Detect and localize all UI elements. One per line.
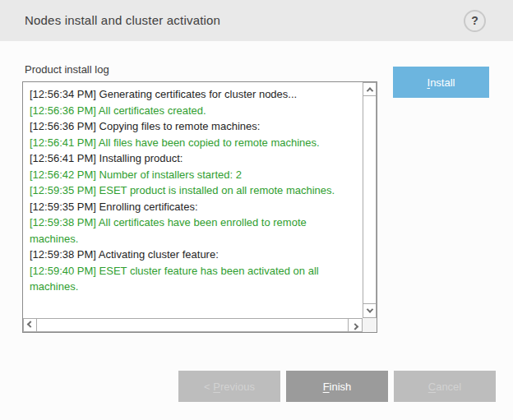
cancel-button[interactable]: Cancel — [394, 371, 496, 402]
log-entry: [12:59:38 PM] All certificates have been… — [30, 215, 358, 247]
scroll-up-button[interactable] — [363, 82, 377, 96]
install-log-list: [12:56:34 PM] Generating certificates fo… — [23, 82, 363, 318]
log-entry: [12:59:35 PM] Enrolling certificates: — [30, 199, 358, 215]
vertical-scroll-thumb[interactable] — [363, 96, 377, 304]
scroll-left-button[interactable] — [23, 318, 37, 332]
scroll-down-button[interactable] — [363, 304, 377, 318]
log-entry: [12:56:34 PM] Generating certificates fo… — [30, 86, 358, 103]
log-entry: [12:59:38 PM] Activating cluster feature… — [30, 247, 358, 263]
log-entry: [12:59:35 PM] ESET product is installed … — [30, 182, 358, 199]
chevron-left-icon — [26, 321, 33, 327]
scrollbar-corner — [363, 318, 377, 332]
log-section-label: Product install log — [25, 63, 109, 76]
chevron-right-icon — [352, 323, 358, 330]
install-log-panel: [12:56:34 PM] Generating certificates fo… — [22, 81, 377, 333]
title-bar: Nodes install and cluster activation ? — [0, 0, 513, 41]
chevron-down-icon — [366, 306, 372, 312]
install-button[interactable]: Install — [393, 67, 489, 98]
horizontal-scroll-thumb[interactable] — [37, 318, 349, 332]
vertical-scrollbar[interactable] — [363, 82, 377, 318]
log-entry: [12:56:41 PM] Installing product: — [30, 150, 358, 167]
finish-button[interactable]: Finish — [286, 371, 388, 402]
scroll-right-button[interactable] — [349, 318, 363, 332]
help-button[interactable]: ? — [464, 10, 486, 32]
horizontal-scrollbar[interactable] — [23, 318, 363, 332]
page-title: Nodes install and cluster activation — [25, 0, 220, 41]
log-entry: [12:59:40 PM] ESET cluster feature has b… — [30, 263, 358, 295]
log-entry: [12:56:41 PM] All files have been copied… — [30, 135, 358, 151]
log-entry: [12:56:42 PM] Number of installers start… — [30, 167, 358, 183]
previous-button[interactable]: < Previous — [178, 371, 280, 402]
chevron-up-icon — [366, 87, 372, 94]
log-entry: [12:56:36 PM] All certificates created. — [30, 103, 358, 119]
log-entry: [12:56:36 PM] Copying files to remote ma… — [30, 118, 358, 135]
